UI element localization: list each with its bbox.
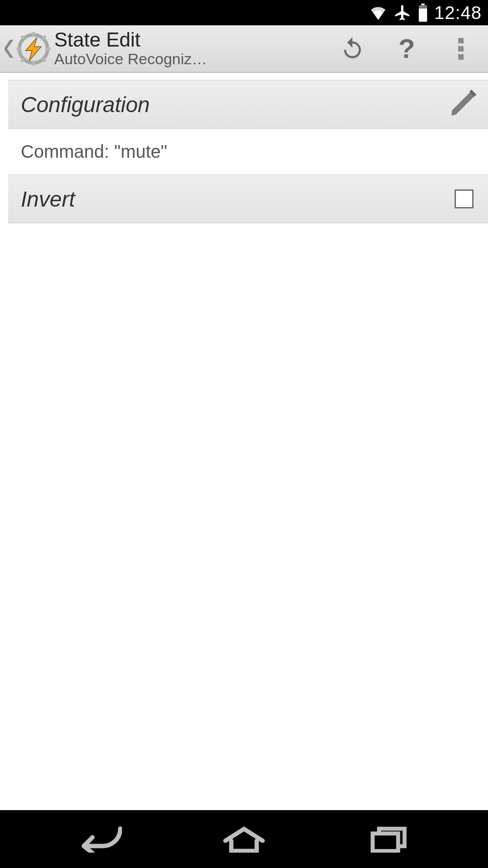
battery-icon	[418, 4, 428, 22]
help-button[interactable]: ?	[380, 25, 434, 72]
configuration-row[interactable]: Configuration	[8, 80, 488, 129]
titles: State Edit AutoVoice Recogniz…	[52, 29, 325, 68]
revert-button[interactable]	[325, 25, 380, 72]
svg-rect-16	[373, 834, 398, 851]
invert-label: Invert	[21, 187, 455, 212]
svg-rect-14	[458, 54, 464, 60]
configuration-value: Command: "mute"	[0, 129, 488, 175]
svg-rect-2	[419, 9, 427, 22]
wifi-icon	[369, 5, 387, 20]
content: Configuration Command: "mute" Invert	[0, 73, 488, 810]
up-caret-icon[interactable]	[3, 25, 15, 72]
app-icon[interactable]	[15, 31, 52, 67]
back-button[interactable]	[68, 810, 131, 868]
airplane-icon	[394, 4, 412, 22]
clock: 12:48	[434, 3, 482, 23]
svg-rect-0	[421, 4, 424, 5]
svg-rect-13	[458, 46, 464, 52]
svg-rect-5	[32, 61, 35, 66]
page-subtitle: AutoVoice Recogniz…	[54, 50, 235, 68]
help-icon: ?	[399, 33, 415, 64]
configuration-label: Configuration	[21, 92, 447, 117]
page-title: State Edit	[54, 29, 325, 50]
svg-rect-7	[46, 47, 51, 50]
home-button[interactable]	[212, 810, 276, 868]
overflow-button[interactable]	[434, 25, 488, 72]
svg-rect-4	[32, 32, 35, 37]
svg-rect-6	[17, 47, 22, 50]
invert-checkbox[interactable]	[455, 189, 474, 208]
recent-button[interactable]	[357, 810, 420, 868]
svg-rect-12	[458, 38, 464, 43]
invert-row[interactable]: Invert	[8, 175, 488, 223]
navigation-bar	[0, 810, 488, 868]
pencil-icon[interactable]	[447, 87, 480, 122]
action-bar: State Edit AutoVoice Recogniz… ?	[0, 25, 488, 73]
status-bar: 12:48	[0, 0, 488, 25]
